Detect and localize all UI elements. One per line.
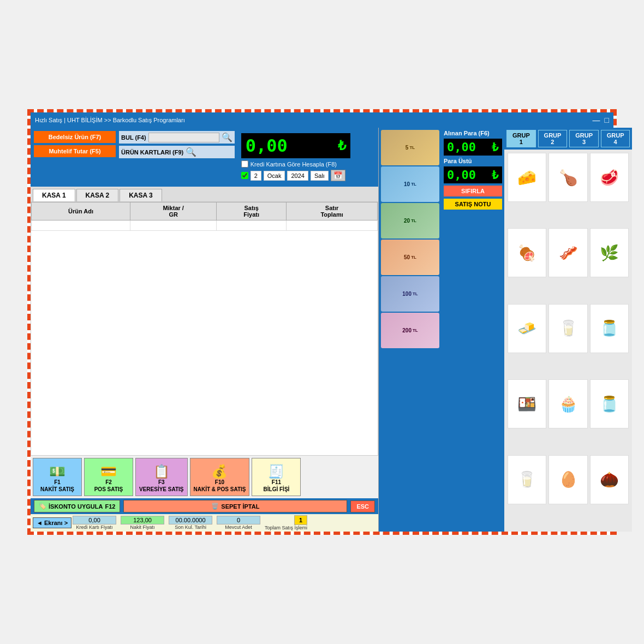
date-checkbox[interactable]	[241, 172, 248, 179]
sale-table: Ürün Adı Miktar /GR SatışFiyatı SatırTop…	[31, 202, 378, 231]
ekran-button[interactable]: ◄ Ekranı >	[33, 517, 71, 528]
alinan-para-currency: ₺	[492, 140, 499, 154]
pos-satis-button[interactable]: 💳 F2 POS SATIŞ	[84, 458, 133, 496]
iskonto-button[interactable]: 🏷️ İSKONTO UYGULA F12	[34, 500, 120, 512]
window-title: Hızlı Satış | UHT BİLİŞİM >> Barkodlu Sa…	[35, 117, 185, 123]
veresiye-satis-button[interactable]: 📋 F3 VERESİYE SATIŞ	[135, 458, 188, 496]
kasa-tab-3[interactable]: KASA 3	[120, 189, 162, 201]
product-cell-3[interactable]: 🥩	[590, 153, 629, 202]
search-icon-button[interactable]: 🔍	[222, 132, 232, 142]
product-cell-7[interactable]: 🧈	[508, 304, 546, 353]
iskonto-icon: 🏷️	[39, 503, 46, 510]
veresiye-key: F3	[158, 479, 165, 485]
veresiye-icon: 📋	[153, 465, 170, 478]
group-tab-2[interactable]: GRUP 2	[538, 130, 568, 147]
nakit-pos-key: F10	[215, 479, 224, 485]
para-ustu-label: Para Üstü	[444, 158, 502, 164]
product-grid: 🧀 🍗 🥩 🍖 🥓 🌿	[504, 150, 632, 532]
iskonto-key: F12	[105, 503, 115, 510]
minimize-button[interactable]: —	[593, 116, 600, 124]
bilgi-key: F11	[272, 479, 281, 485]
satis-notu-button[interactable]: SATIŞ NOTU	[444, 199, 502, 210]
para-ustu-value: 0,00	[447, 168, 476, 182]
date-weekday: Salı	[311, 171, 329, 181]
product-cell-6[interactable]: 🌿	[590, 228, 629, 277]
alinan-para-display: 0,00 ₺	[444, 139, 502, 156]
date-month: Ocak	[264, 171, 285, 181]
pos-icon: 💳	[100, 465, 117, 478]
nakit-pos-label: NAKİT & POS SATIŞ	[194, 486, 246, 492]
kredi-karti-fiyati-value: 0,00	[73, 516, 116, 524]
note-50[interactable]: 50 TL	[381, 240, 439, 275]
nakit-fiyati-item: 123,00 Nakit Fiyatı	[121, 516, 164, 530]
product-cell-1[interactable]: 🧀	[508, 153, 546, 202]
sifirla-button[interactable]: SIFIRLA	[444, 186, 502, 196]
para-ustu-display: 0,00 ₺	[444, 166, 502, 183]
product-cell-13[interactable]: 🥛	[508, 455, 546, 504]
payment-buttons-area: 💵 F1 NAKİT SATIŞ 💳 F2 POS SATIŞ 📋 F3 VER…	[31, 456, 378, 498]
product-groups-panel: GRUP 1 GRUP 2 GRUP 3 GRUP 4 🧀 🍗 🥩	[504, 128, 632, 532]
note-100[interactable]: 100 TL	[381, 276, 439, 312]
note-5[interactable]: 5 TL	[381, 130, 439, 165]
product-cell-2[interactable]: 🍗	[548, 153, 587, 202]
pos-label: POS SATIŞ	[94, 486, 123, 492]
maximize-button[interactable]: □	[605, 116, 609, 124]
nakit-icon: 💵	[49, 465, 65, 478]
calendar-button[interactable]: 📅	[331, 170, 345, 181]
col-urun-adi: Ürün Adı	[32, 202, 130, 220]
mevcut-adet-item: 0 Mevcut Adet	[217, 516, 260, 530]
product-cell-5[interactable]: 🥓	[548, 228, 587, 277]
bilgi-fisi-button[interactable]: 🧾 F11 BİLGİ FİŞİ	[252, 458, 301, 496]
col-satis-fiyati: SatışFiyatı	[217, 202, 287, 220]
alinan-para-value: 0,00	[447, 140, 476, 154]
status-bar: ◄ Ekranı > 0,00 Kredi Kartı Fiyatı 123,0…	[31, 514, 378, 532]
toplam-satis-item: 1 Toplam Satış İşlemi	[265, 515, 307, 530]
product-cell-4[interactable]: 🍖	[508, 228, 546, 277]
toplam-satis-value: 1	[294, 515, 307, 525]
kredi-karti-label: Kredi Kartına Göre Hesapla (F8)	[251, 161, 337, 168]
action-bar: 🏷️ İSKONTO UYGULA F12 🗑️ SEPET İPTAL ESC	[31, 498, 378, 514]
son-kul-tarihi-item: 00.00.0000 Son Kul. Tarihi	[169, 516, 212, 530]
nakit-fiyati-label: Nakit Fiyatı	[130, 524, 155, 530]
group-tabs: GRUP 1 GRUP 2 GRUP 3 GRUP 4	[504, 128, 632, 150]
iskonto-label: İSKONTO UYGULA	[49, 503, 103, 510]
alinan-para-label: Alınan Para (F6)	[444, 130, 502, 136]
kasa-tab-1[interactable]: KASA 1	[33, 189, 75, 201]
money-notes-panel: 5 TL 10 TL 20	[379, 128, 442, 532]
note-200[interactable]: 200 TL	[381, 313, 439, 348]
note-20[interactable]: 20 TL	[381, 203, 439, 238]
esc-button[interactable]: ESC	[350, 500, 375, 512]
group-tab-4[interactable]: GRUP 4	[601, 130, 630, 147]
group-tab-1[interactable]: GRUP 1	[506, 130, 536, 147]
toplam-satis-label: Toplam Satış İşlemi	[265, 525, 307, 530]
nakit-label: NAKİT SATIŞ	[40, 486, 74, 492]
product-cell-9[interactable]: 🫙	[590, 304, 629, 353]
para-ustu-currency: ₺	[492, 168, 499, 182]
pos-key: F2	[105, 479, 112, 485]
bilgi-icon: 🧾	[268, 465, 284, 478]
sale-table-container: Ürün Adı Miktar /GR SatışFiyatı SatırTop…	[31, 201, 378, 456]
product-cell-14[interactable]: 🥚	[548, 455, 587, 504]
product-cell-11[interactable]: 🧁	[548, 379, 587, 428]
product-cell-15[interactable]: 🌰	[590, 455, 629, 504]
muhtelif-tutar-button[interactable]: Muhtelif Tutar (F5)	[34, 145, 116, 157]
kredi-karti-checkbox[interactable]	[241, 160, 248, 168]
urun-kartlari-label: ÜRÜN KARTLARI (F9)	[121, 149, 183, 156]
search-input[interactable]	[148, 133, 219, 142]
son-kul-tarihi-label: Son Kul. Tarihi	[175, 524, 206, 530]
bedelsiz-urun-button[interactable]: Bedelsiz Ürün (F7)	[34, 131, 116, 143]
product-cell-8[interactable]: 🥛	[548, 304, 587, 353]
sepet-iptal-button[interactable]: 🗑️ SEPET İPTAL	[123, 500, 347, 512]
veresiye-label: VERESİYE SATIŞ	[139, 486, 184, 492]
nakit-satis-button[interactable]: 💵 F1 NAKİT SATIŞ	[33, 458, 82, 496]
kasa-tab-2[interactable]: KASA 2	[76, 189, 119, 201]
son-kul-tarihi-value: 00.00.0000	[169, 516, 212, 524]
urun-kartlari-icon-button[interactable]: 🔍	[186, 147, 196, 157]
nakit-pos-satis-button[interactable]: 💰 F10 NAKİT & POS SATIŞ	[190, 458, 250, 496]
group-tab-3[interactable]: GRUP 3	[569, 130, 599, 147]
product-cell-12[interactable]: 🫙	[590, 379, 629, 428]
currency-symbol: ₺	[338, 138, 346, 153]
product-cell-10[interactable]: 🍱	[508, 379, 546, 428]
note-10[interactable]: 10 TL	[381, 166, 439, 202]
kredi-karti-fiyati-item: 0,00 Kredi Kartı Fiyatı	[73, 516, 116, 530]
